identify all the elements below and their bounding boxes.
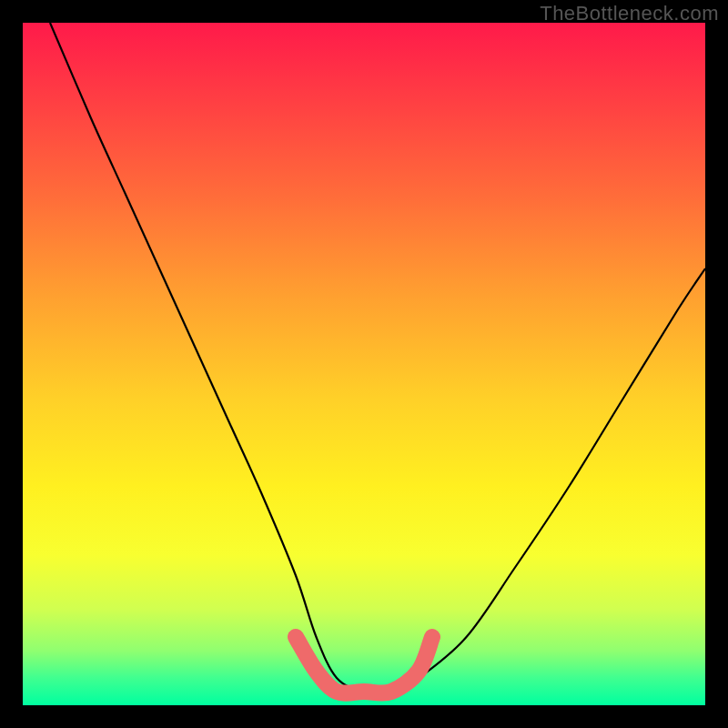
chart-frame: TheBottleneck.com bbox=[0, 0, 728, 728]
curve-layer bbox=[23, 23, 705, 705]
optimal-range-highlight bbox=[296, 637, 432, 693]
plot-area bbox=[23, 23, 705, 705]
bottleneck-curve bbox=[50, 23, 705, 693]
watermark-text: TheBottleneck.com bbox=[540, 2, 719, 25]
